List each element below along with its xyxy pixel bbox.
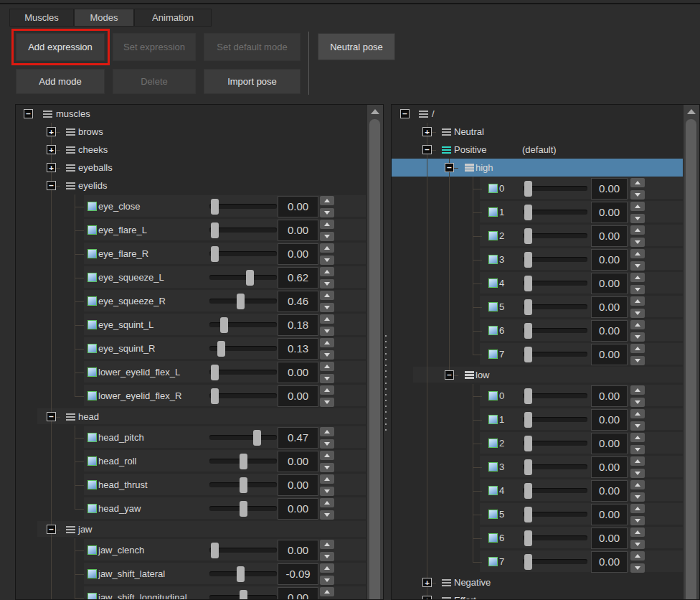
spin-up-button[interactable]	[630, 409, 645, 418]
value-field[interactable]: 0.00	[591, 344, 628, 365]
value-field[interactable]: 0.00	[591, 202, 628, 223]
collapse-toggle-icon[interactable]: −	[422, 145, 432, 154]
slider-track[interactable]	[209, 393, 277, 398]
slider-handle[interactable]	[524, 530, 532, 546]
tree-row-4[interactable]: 40.00	[392, 479, 699, 502]
value-field[interactable]: 0.00	[278, 587, 318, 600]
muscle-checkbox-icon[interactable]	[88, 545, 97, 555]
value-field[interactable]: 0.00	[278, 498, 318, 520]
muscle-checkbox-icon[interactable]	[88, 296, 97, 306]
slider-track[interactable]	[209, 435, 277, 440]
slider-handle[interactable]	[524, 181, 532, 197]
muscle-checkbox-icon[interactable]	[488, 557, 498, 566]
muscle-checkbox-icon[interactable]	[88, 225, 97, 235]
spin-up-button[interactable]	[320, 291, 334, 300]
slider-handle[interactable]	[220, 317, 228, 333]
spin-down-button[interactable]	[320, 576, 334, 585]
slider-handle[interactable]	[524, 276, 532, 291]
slider-handle[interactable]	[240, 454, 247, 469]
tree-row-eye-squint-r[interactable]: eye_squint_R0.13	[16, 337, 383, 360]
muscle-checkbox-icon[interactable]	[488, 350, 498, 359]
muscle-checkbox-icon[interactable]	[488, 184, 498, 193]
tree-row-5[interactable]: 50.00	[392, 295, 699, 319]
value-field[interactable]: 0.00	[278, 451, 318, 472]
slider-track[interactable]	[523, 464, 587, 469]
spin-down-button[interactable]	[320, 256, 334, 265]
expand-toggle-icon[interactable]: +	[47, 145, 56, 154]
spin-down-button[interactable]	[320, 232, 334, 241]
tree-row-eyeballs[interactable]: +eyeballs	[16, 159, 383, 177]
spin-up-button[interactable]	[320, 220, 334, 229]
spin-down-button[interactable]	[630, 492, 645, 502]
slider-handle[interactable]	[240, 590, 247, 600]
spin-down-button[interactable]	[630, 563, 645, 573]
spin-down-button[interactable]	[630, 309, 645, 318]
value-field[interactable]: 0.13	[278, 338, 318, 360]
slider-handle[interactable]	[246, 270, 254, 286]
slider-track[interactable]	[209, 275, 277, 280]
spin-up-button[interactable]	[630, 178, 645, 187]
tree-row-head-yaw[interactable]: head_yaw0.00	[16, 497, 383, 520]
tree-row-eye-close[interactable]: eye_close0.00	[16, 194, 383, 218]
tree-row-lower-eyelid-flex-l[interactable]: lower_eyelid_flex_L0.00	[16, 360, 383, 384]
spin-up-button[interactable]	[630, 504, 645, 513]
tab-muscles[interactable]: Muscles	[9, 9, 74, 27]
spin-down-button[interactable]	[320, 552, 334, 561]
slider-handle[interactable]	[524, 252, 532, 268]
slider-track[interactable]	[523, 559, 587, 564]
muscle-checkbox-icon[interactable]	[488, 278, 498, 288]
value-field[interactable]: 0.00	[591, 409, 628, 431]
tree-row-2[interactable]: 20.00	[392, 224, 699, 248]
slider-track[interactable]	[523, 281, 587, 286]
neutral-pose-button[interactable]: Neutral pose	[318, 33, 395, 60]
slider-handle[interactable]	[211, 543, 219, 558]
value-field[interactable]: -0.09	[278, 563, 318, 585]
muscle-checkbox-icon[interactable]	[488, 439, 498, 448]
set-default-mode-button[interactable]: Set default mode	[204, 33, 301, 61]
slider-track[interactable]	[523, 417, 587, 422]
tree-row-positive[interactable]: −Positive(default)	[392, 141, 699, 159]
left-panel-scrollbar[interactable]	[366, 105, 383, 599]
value-field[interactable]: 0.00	[591, 225, 628, 247]
muscle-checkbox-icon[interactable]	[488, 533, 498, 543]
muscle-checkbox-icon[interactable]	[488, 391, 498, 400]
value-field[interactable]: 0.00	[591, 273, 628, 294]
tree-row-muscles[interactable]: −muscles	[16, 105, 383, 123]
tree-row-cheeks[interactable]: +cheeks	[16, 141, 383, 159]
panel-splitter-handle[interactable]	[385, 335, 387, 431]
import-pose-button[interactable]: Import pose	[204, 69, 301, 94]
spin-up-button[interactable]	[630, 320, 645, 329]
spin-up-button[interactable]	[320, 314, 334, 324]
spin-down-button[interactable]	[320, 439, 334, 449]
value-field[interactable]: 0.00	[278, 362, 318, 383]
expand-toggle-icon[interactable]: +	[47, 163, 56, 172]
spin-up-button[interactable]	[630, 433, 645, 442]
value-field[interactable]: 0.00	[278, 220, 318, 241]
muscle-checkbox-icon[interactable]	[88, 320, 97, 329]
spin-up-button[interactable]	[630, 456, 645, 466]
collapse-toggle-icon[interactable]: −	[47, 412, 56, 421]
slider-handle[interactable]	[524, 436, 532, 451]
expand-toggle-icon[interactable]: +	[422, 127, 432, 136]
muscle-checkbox-icon[interactable]	[488, 302, 498, 311]
tree-row-head[interactable]: −head	[16, 408, 383, 426]
slider-handle[interactable]	[211, 246, 219, 262]
slider-handle[interactable]	[524, 483, 532, 499]
tree-row-high[interactable]: −high	[392, 159, 699, 177]
collapse-toggle-icon[interactable]: −	[445, 370, 454, 380]
tree-row-eye-flare-l[interactable]: eye_flare_L0.00	[16, 218, 383, 242]
set-expression-button[interactable]: Set expression	[113, 33, 196, 61]
tree-row-lower-eyelid-flex-r[interactable]: lower_eyelid_flex_R0.00	[16, 384, 383, 408]
spin-down-button[interactable]	[630, 285, 645, 294]
tree-row-eye-squeeze-l[interactable]: eye_squeeze_L0.62	[16, 266, 383, 289]
slider-track[interactable]	[523, 304, 587, 309]
slider-handle[interactable]	[237, 294, 245, 309]
slider-handle[interactable]	[524, 323, 532, 339]
tree-row-head-pitch[interactable]: head_pitch0.47	[16, 426, 383, 449]
muscle-checkbox-icon[interactable]	[88, 480, 97, 489]
value-field[interactable]: 0.47	[278, 427, 318, 449]
tree-row-neutral[interactable]: +Neutral	[392, 123, 699, 141]
tree-row-5[interactable]: 50.00	[392, 502, 699, 526]
spin-up-button[interactable]	[630, 344, 645, 353]
value-field[interactable]: 0.00	[278, 385, 318, 407]
